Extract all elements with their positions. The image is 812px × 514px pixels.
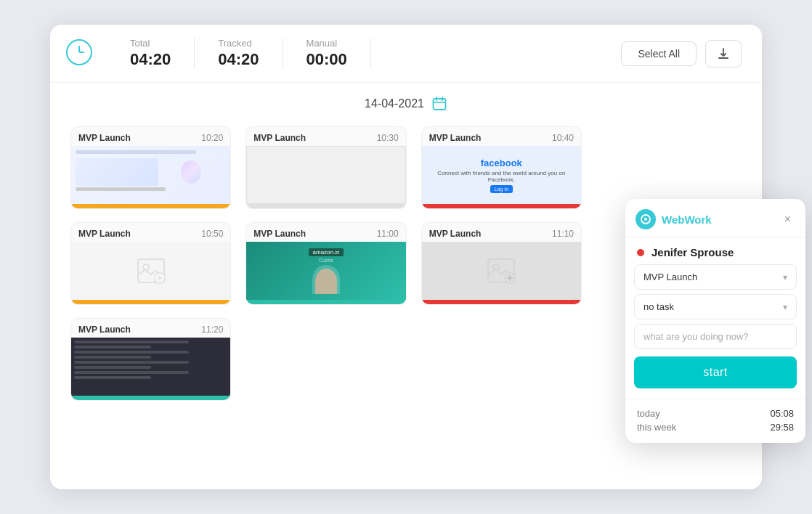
popup-footer: today 05:08 this week 29:58 [625, 399, 805, 443]
chevron-down-icon: ▾ [783, 302, 787, 312]
download-button[interactable] [705, 40, 742, 68]
screenshot-card[interactable]: MVP Launch 10:40 facebook Connect with f… [421, 126, 582, 209]
popup-header: WebWork × [625, 199, 805, 237]
screenshot-image: amazon.in Cubits [246, 242, 405, 300]
screenshot-header: MVP Launch 11:10 [422, 223, 581, 242]
manual-value: 00:00 [306, 50, 347, 69]
screenshot-image [71, 338, 230, 396]
screenshot-title: MVP Launch [78, 325, 131, 335]
activity-bar [71, 300, 230, 304]
tracked-label: Tracked [218, 38, 251, 49]
popup-close-button[interactable]: × [781, 211, 794, 227]
today-label: today [637, 408, 660, 419]
screenshot-time: 11:20 [201, 325, 223, 335]
activity-input-placeholder[interactable]: what are you doing now? [634, 324, 797, 349]
webwork-logo-icon [636, 209, 656, 229]
screenshot-card[interactable]: MVP Launch 11:10 [421, 222, 582, 305]
week-value: 29:58 [770, 422, 794, 433]
tracked-value: 04:20 [218, 50, 259, 69]
screenshot-header: MVP Launch 10:40 [422, 127, 581, 146]
screenshot-card[interactable]: MVP Launch 10:50 [70, 222, 231, 305]
screenshot-header: MVP Launch 10:30 [246, 127, 405, 146]
task-label: no task [643, 301, 674, 312]
stats-actions: Select All [621, 40, 742, 68]
screenshot-time: 11:10 [552, 229, 574, 239]
screenshot-time: 10:50 [201, 229, 223, 239]
today-value: 05:08 [770, 408, 794, 419]
screenshot-card[interactable]: MVP Launch 11:20 [70, 318, 231, 401]
clock-icon [66, 39, 92, 68]
total-stat: Total 04:20 [107, 38, 195, 69]
screenshot-image [71, 146, 230, 204]
manual-label: Manual [306, 38, 338, 49]
date-bar: 14-04-2021 [50, 83, 762, 119]
activity-bar [422, 204, 581, 208]
screenshot-time: 10:40 [552, 133, 574, 143]
screenshot-header: MVP Launch 11:20 [71, 319, 230, 338]
screenshot-header: MVP Launch 10:50 [71, 223, 230, 242]
calendar-icon[interactable] [431, 96, 447, 112]
total-value: 04:20 [130, 50, 171, 69]
screenshot-card[interactable]: MVP Launch 11:00 amazon.in Cubits [245, 222, 406, 305]
screenshot-card[interactable]: MVP Launch 10:30 [245, 126, 406, 209]
popup-user-section: Jenifer Sprouse [625, 237, 805, 264]
user-name: Jenifer Sprouse [651, 246, 734, 258]
activity-bar [71, 396, 230, 400]
svg-point-12 [644, 218, 647, 221]
user-status-dot [637, 249, 644, 256]
screenshot-time: 10:20 [201, 133, 223, 143]
stats-bar: Total 04:20 Tracked 04:20 Manual 00:00 S… [50, 25, 762, 83]
screenshot-image: facebook Connect with friends and the wo… [422, 146, 581, 204]
tracked-stat: Tracked 04:20 [195, 38, 283, 69]
activity-bar [246, 300, 405, 304]
week-label: this week [637, 422, 676, 433]
activity-bar [422, 300, 581, 304]
screenshot-header: MVP Launch 10:20 [71, 127, 230, 146]
svg-rect-0 [433, 99, 445, 110]
activity-bar [246, 204, 405, 208]
screenshot-header: MVP Launch 11:00 [246, 223, 405, 242]
webwork-popup: WebWork × Jenifer Sprouse MVP Launch ▾ n… [625, 199, 805, 443]
screenshot-image [246, 146, 405, 204]
screenshot-card[interactable]: MVP Launch 10:20 [70, 126, 231, 209]
project-label: MVP Launch [643, 272, 697, 282]
project-dropdown[interactable]: MVP Launch ▾ [634, 264, 797, 290]
screenshot-image [71, 242, 230, 300]
image-placeholder-icon [487, 258, 516, 284]
total-label: Total [130, 38, 150, 49]
screenshot-title: MVP Launch [253, 229, 306, 239]
select-all-button[interactable]: Select All [621, 41, 697, 66]
screenshot-title: MVP Launch [429, 133, 482, 143]
date-display: 14-04-2021 [365, 97, 424, 110]
download-icon [716, 46, 731, 61]
start-button[interactable]: start [634, 356, 797, 388]
screenshot-title: MVP Launch [253, 133, 306, 143]
screenshot-time: 10:30 [377, 133, 399, 143]
screenshot-title: MVP Launch [429, 229, 482, 239]
task-dropdown[interactable]: no task ▾ [634, 294, 797, 319]
screenshot-title: MVP Launch [78, 133, 131, 143]
screenshots-grid: MVP Launch 10:20 [50, 119, 602, 415]
screenshot-image [422, 242, 581, 300]
activity-bar [71, 204, 230, 208]
week-row: this week 29:58 [637, 422, 794, 433]
manual-stat: Manual 00:00 [283, 38, 371, 69]
screenshot-time: 11:00 [377, 229, 399, 239]
webwork-brand-name: WebWork [662, 213, 712, 226]
chevron-down-icon: ▾ [783, 272, 787, 282]
screenshot-title: MVP Launch [78, 229, 131, 239]
image-placeholder-icon [137, 258, 166, 284]
today-row: today 05:08 [637, 408, 794, 419]
